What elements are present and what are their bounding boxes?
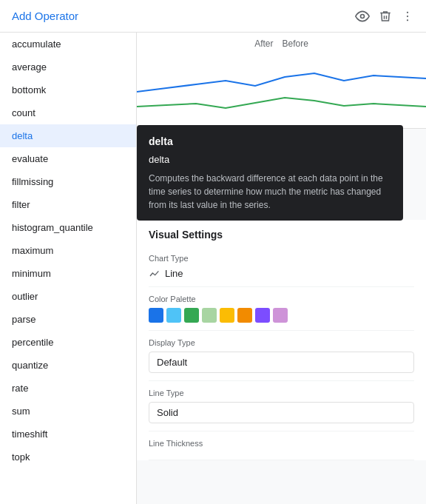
chart-type-text: Line <box>165 268 183 279</box>
more-icon[interactable] <box>401 10 414 23</box>
operator-item-outlier[interactable]: outlier <box>0 285 136 308</box>
operator-item-delta[interactable]: delta <box>0 124 136 147</box>
svg-point-3 <box>407 19 408 21</box>
color-swatch-4[interactable] <box>220 308 234 323</box>
svg-point-0 <box>361 14 365 18</box>
page-title: Add Operator <box>12 10 78 22</box>
operator-item-bottomk[interactable]: bottomk <box>0 78 136 101</box>
header-actions <box>355 9 414 24</box>
header: Add Operator <box>0 0 426 33</box>
operator-item-percentile[interactable]: percentile <box>0 331 136 354</box>
color-swatch-6[interactable] <box>255 308 270 323</box>
tooltip: delta delta Computes the backward differ… <box>137 125 403 221</box>
display-type-label: Display Type <box>149 338 414 347</box>
display-type-row: Display Type Default <box>149 331 414 381</box>
color-swatch-7[interactable] <box>273 308 288 323</box>
operator-item-fillmissing[interactable]: fillmissing <box>0 170 136 193</box>
color-swatch-3[interactable] <box>202 308 217 323</box>
chart-type-value: Line <box>149 267 414 279</box>
color-swatch-1[interactable] <box>166 308 181 323</box>
line-type-label: Line Type <box>149 389 414 397</box>
tooltip-title: delta <box>149 134 391 149</box>
operator-item-minimum[interactable]: minimum <box>0 262 136 285</box>
operator-item-rate[interactable]: rate <box>0 377 136 400</box>
svg-point-2 <box>407 15 408 16</box>
line-type-row: Line Type Solid <box>149 381 414 431</box>
trash-icon[interactable] <box>379 10 392 23</box>
color-palette-label: Color Palette <box>149 295 414 303</box>
operator-item-sum[interactable]: sum <box>0 400 136 423</box>
color-swatch-0[interactable] <box>149 308 163 323</box>
tooltip-subtitle: delta <box>149 152 391 167</box>
operator-item-parse[interactable]: parse <box>0 308 136 331</box>
chart-type-label: Chart Type <box>149 254 414 263</box>
right-panel: After Before <box>137 33 426 504</box>
svg-point-1 <box>407 11 408 13</box>
color-swatch-2[interactable] <box>184 308 199 323</box>
operator-item-quantize[interactable]: quantize <box>0 354 136 377</box>
line-type-value[interactable]: Solid <box>149 402 414 423</box>
main-content: accumulateaveragebottomkcountdeltaevalua… <box>0 33 426 504</box>
operator-item-count[interactable]: count <box>0 101 136 124</box>
eye-icon[interactable] <box>355 9 370 24</box>
color-swatches <box>149 308 414 323</box>
operator-item-maximum[interactable]: maximum <box>0 239 136 262</box>
operator-item-average[interactable]: average <box>0 56 136 78</box>
line-chart-icon <box>149 267 160 279</box>
chart-type-row: Chart Type Line <box>149 246 414 287</box>
display-type-value[interactable]: Default <box>149 352 414 373</box>
color-palette-row: Color Palette <box>149 287 414 331</box>
visual-settings-panel: Visual Settings Chart Type Line Color Pa… <box>137 220 426 460</box>
operator-item-evaluate[interactable]: evaluate <box>0 147 136 170</box>
operator-list: accumulateaveragebottomkcountdeltaevalua… <box>0 33 137 504</box>
visual-settings-title: Visual Settings <box>149 220 414 246</box>
chart-area: After Before <box>137 33 426 129</box>
operator-item-filter[interactable]: filter <box>0 193 136 216</box>
color-swatch-5[interactable] <box>237 308 252 323</box>
operator-item-histogram_quantile[interactable]: histogram_quantile <box>0 216 136 239</box>
tooltip-description: Computes the backward difference at each… <box>149 172 391 212</box>
operator-item-topk[interactable]: topk <box>0 446 136 468</box>
line-thickness-label: Line Thickness <box>149 439 414 448</box>
line-thickness-row: Line Thickness <box>149 431 414 460</box>
operator-item-timeshift[interactable]: timeshift <box>0 423 136 446</box>
chart-svg <box>137 33 426 129</box>
operator-item-accumulate[interactable]: accumulate <box>0 33 136 56</box>
